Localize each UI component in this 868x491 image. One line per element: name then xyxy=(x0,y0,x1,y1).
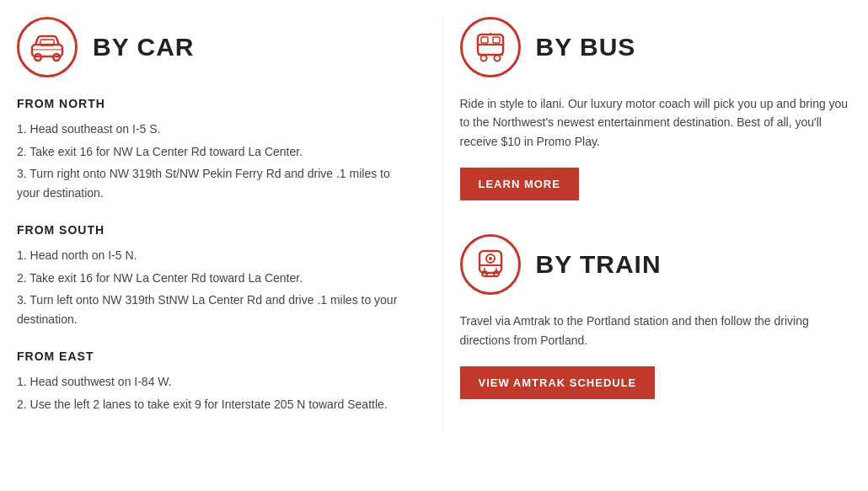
list-item: 1. Head southeast on I-5 S. xyxy=(17,120,409,138)
from-south-section: FROM SOUTH 1. Head north on I-5 N. 2. Ta… xyxy=(17,221,409,328)
from-east-section: FROM EAST 1. Head southwest on I-84 W. 2… xyxy=(17,347,409,414)
by-bus-header: BY BUS xyxy=(460,17,852,77)
from-north-section: FROM NORTH 1. Head southeast on I-5 S. 2… xyxy=(17,94,409,202)
car-icon xyxy=(17,17,78,77)
list-item: 3. Turn left onto NW 319th StNW La Cente… xyxy=(17,291,409,328)
svg-point-9 xyxy=(480,56,486,61)
bus-description: Ride in style to ilani. Our luxury motor… xyxy=(460,94,852,151)
bus-icon xyxy=(460,17,521,77)
from-south-list: 1. Head north on I-5 N. 2. Take exit 16 … xyxy=(17,246,409,328)
list-item: 3. Turn right onto NW 319th St/NW Pekin … xyxy=(17,164,409,202)
from-north-list: 1. Head southeast on I-5 S. 2. Take exit… xyxy=(17,120,409,202)
from-east-heading: FROM EAST xyxy=(17,347,409,366)
from-east-list: 1. Head southwest on I-84 W. 2. Use the … xyxy=(17,372,409,414)
list-item: 2. Take exit 16 for NW La Center Rd towa… xyxy=(17,142,409,161)
svg-point-16 xyxy=(489,257,492,260)
train-icon xyxy=(460,234,521,295)
svg-rect-8 xyxy=(493,37,500,43)
right-column: BY BUS Ride in style to ilani. Our luxur… xyxy=(442,17,852,433)
list-item: 1. Head southwest on I-84 W. xyxy=(17,372,409,391)
by-car-header: BY CAR xyxy=(17,17,409,77)
by-bus-section: BY BUS Ride in style to ilani. Our luxur… xyxy=(460,17,852,226)
left-column: BY CAR FROM NORTH 1. Head southeast on I… xyxy=(17,17,442,433)
by-train-section: BY TRAIN Travel via Amtrak to the Portla… xyxy=(460,234,852,424)
list-item: 2. Use the left 2 lanes to take exit 9 f… xyxy=(17,395,409,414)
car-title: BY CAR xyxy=(93,27,194,67)
train-title: BY TRAIN xyxy=(536,244,662,285)
svg-point-10 xyxy=(494,56,500,61)
svg-rect-7 xyxy=(481,37,488,43)
from-south-heading: FROM SOUTH xyxy=(17,221,409,239)
by-train-header: BY TRAIN xyxy=(460,234,852,295)
bus-title: BY BUS xyxy=(536,27,636,67)
list-item: 2. Take exit 16 for NW La Center Rd towa… xyxy=(17,269,409,287)
learn-more-button[interactable]: LEARN MORE xyxy=(460,168,579,200)
from-north-heading: FROM NORTH xyxy=(17,94,409,113)
list-item: 1. Head north on I-5 N. xyxy=(17,246,409,264)
train-description: Travel via Amtrak to the Portland statio… xyxy=(460,312,852,350)
view-amtrak-button[interactable]: VIEW AMTRAK SCHEDULE xyxy=(460,366,656,399)
